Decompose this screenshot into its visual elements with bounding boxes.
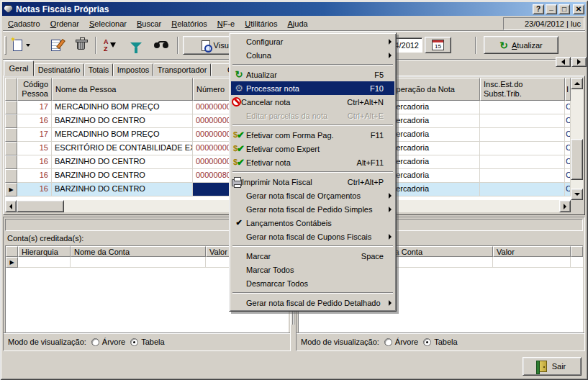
header-valor[interactable]: Valor	[493, 246, 571, 257]
tab-scroll-left-button[interactable]	[556, 57, 571, 67]
menu-item[interactable]: Lançamentos Contábeis	[231, 216, 394, 230]
header-nome-pessoa[interactable]: Nome da Pessoa	[52, 78, 193, 101]
cell-operacao: Mercadoria	[386, 169, 480, 183]
scroll-left-button[interactable]	[5, 200, 17, 212]
menu-item[interactable]: Coluna	[231, 48, 394, 62]
radio-arvore[interactable]: Árvore	[384, 338, 418, 346]
horizontal-scroll-thumb[interactable]	[17, 200, 64, 212]
menu-item[interactable]: Gerar nota fiscal de Pedido Detalhado	[231, 296, 394, 309]
menu-item[interactable]: Imprimir Nota FiscalCtrl+Alt+P	[231, 175, 394, 189]
toolbar-grip[interactable]	[4, 36, 6, 55]
cell-insc	[480, 128, 565, 142]
menu-utilitarios[interactable]: Utilitários	[240, 18, 282, 30]
help-button[interactable]: ?	[533, 4, 544, 14]
cell-insc	[480, 183, 565, 196]
view-mode-bar: Modo de visualização: Árvore Tabela	[4, 332, 290, 350]
menu-item[interactable]: Efetivar como Expert	[231, 142, 394, 155]
menu-separator	[231, 122, 394, 128]
toolbar-separator	[95, 37, 96, 54]
dropdown-arrow-icon[interactable]	[26, 44, 30, 47]
right-arrow-icon	[577, 59, 581, 65]
filter-icon	[130, 42, 142, 48]
menu-ajuda[interactable]: Ajuda	[282, 18, 312, 30]
radio-tabela[interactable]: Tabela	[423, 338, 457, 346]
dollar-check-icon	[232, 157, 246, 168]
tab-scroll-right-button[interactable]	[571, 57, 587, 67]
menu-item[interactable]: Processar notaF10	[231, 81, 394, 95]
vertical-scrollbar[interactable]	[571, 78, 583, 200]
header-hierarquia[interactable]: Hierarquia	[18, 246, 71, 257]
header-indicator	[5, 78, 17, 101]
menu-item-label: Desmarcar Todos	[246, 279, 394, 288]
header-operacao[interactable]: Operação da Nota	[386, 78, 480, 101]
menu-nfe[interactable]: NF-e	[212, 18, 240, 30]
cell-operacao: Mercadoria	[386, 183, 480, 196]
preview-icon	[202, 40, 210, 51]
cell-codigo: 16	[17, 183, 52, 196]
app-window: Notas Fiscais Próprias ? _ □ ✕ Cadastro …	[0, 0, 588, 380]
row-indicator	[5, 128, 17, 142]
header-nome-conta[interactable]: Nome da Conta	[71, 246, 206, 257]
vertical-scroll-thumb[interactable]	[571, 139, 583, 180]
header-insc-est[interactable]: Insc.Est.do Subst.Trib.	[480, 78, 565, 101]
row-indicator: ▶	[5, 183, 17, 196]
calendar-button[interactable]: 15	[425, 37, 451, 53]
cell-insc	[480, 142, 565, 155]
scroll-right-button[interactable]	[559, 200, 571, 212]
menu-item[interactable]: Marcar Todos	[231, 263, 394, 276]
splitter-grip-icon	[291, 312, 294, 325]
maximize-button[interactable]: □	[558, 4, 570, 14]
menu-selecionar[interactable]: Selecionar	[84, 18, 132, 30]
close-button[interactable]: ✕	[573, 4, 584, 14]
tab-totais[interactable]: Totais	[84, 63, 113, 76]
menu-item-shortcut: Ctrl+Alt+P	[348, 178, 384, 186]
new-record-button[interactable]	[9, 35, 35, 55]
filter-button[interactable]	[125, 35, 147, 55]
menu-item[interactable]: Efetivar notaAlt+F11	[231, 155, 394, 169]
left-arrow-icon	[561, 59, 565, 65]
trash-icon	[77, 41, 85, 50]
menu-relatorios[interactable]: Relatórios	[166, 18, 212, 30]
minimize-button[interactable]: _	[546, 4, 557, 14]
menu-item[interactable]: MarcarSpace	[231, 249, 394, 263]
app-icon	[4, 5, 13, 13]
edit-record-button[interactable]	[45, 35, 66, 55]
search-button[interactable]	[150, 35, 173, 55]
tab-geral[interactable]: Geral	[4, 60, 34, 76]
menu-item[interactable]: Configurar	[231, 35, 394, 48]
radio-arvore[interactable]: Árvore	[91, 338, 125, 346]
scroll-down-button[interactable]	[571, 189, 583, 200]
menu-item[interactable]: Desmarcar Todos	[231, 276, 394, 290]
cell-operacao: Mercadoria	[386, 114, 480, 128]
cell-partial: C	[565, 101, 571, 114]
atualizar-button[interactable]: ↻ Atualizar	[484, 36, 558, 54]
accounts-credited-label: Conta(s) creditada(s):	[7, 234, 83, 243]
tab-impostos[interactable]: Impostos	[113, 63, 153, 76]
menu-cadastro[interactable]: Cadastro	[3, 18, 45, 30]
header-codigo-pessoa[interactable]: Código Pessoa	[17, 78, 52, 101]
edit-document-icon	[51, 40, 60, 51]
scroll-up-button[interactable]	[571, 78, 583, 89]
menu-buscar[interactable]: Buscar	[132, 18, 166, 30]
menu-item[interactable]: Gerar nota fiscal de Orçamentos	[231, 189, 394, 202]
menu-item[interactable]: AtualizarF5	[231, 68, 394, 81]
radio-tabela[interactable]: Tabela	[130, 338, 164, 346]
radio-selected-icon	[130, 338, 138, 346]
delete-record-button[interactable]	[71, 35, 91, 55]
sort-button[interactable]	[99, 35, 121, 55]
menu-item[interactable]: Gerar nota fiscal de Pedido Simples	[231, 202, 394, 216]
menu-item[interactable]: Gerar nota fiscal de Cupons Fiscais	[231, 230, 394, 243]
header-partial: I	[565, 78, 571, 101]
tab-destinatario[interactable]: Destinatário	[34, 63, 84, 76]
tab-transportador[interactable]: Transportador	[153, 63, 211, 76]
menu-item[interactable]: Efetivar com Forma Pag.F11	[231, 128, 394, 142]
sair-button[interactable]: Sair	[523, 357, 582, 376]
cell-codigo: 16	[17, 155, 52, 169]
menu-item[interactable]: Cancelar notaCtrl+Alt+N	[231, 95, 394, 109]
cell-partial: C	[565, 128, 571, 142]
cancel-icon	[232, 97, 241, 107]
menu-ordenar[interactable]: Ordenar	[45, 18, 84, 30]
row-indicator: ▶	[6, 257, 18, 268]
cell-nome: BARZINHO DO CENTRO	[52, 114, 193, 128]
menu-item-shortcut: Alt+F11	[357, 158, 384, 167]
